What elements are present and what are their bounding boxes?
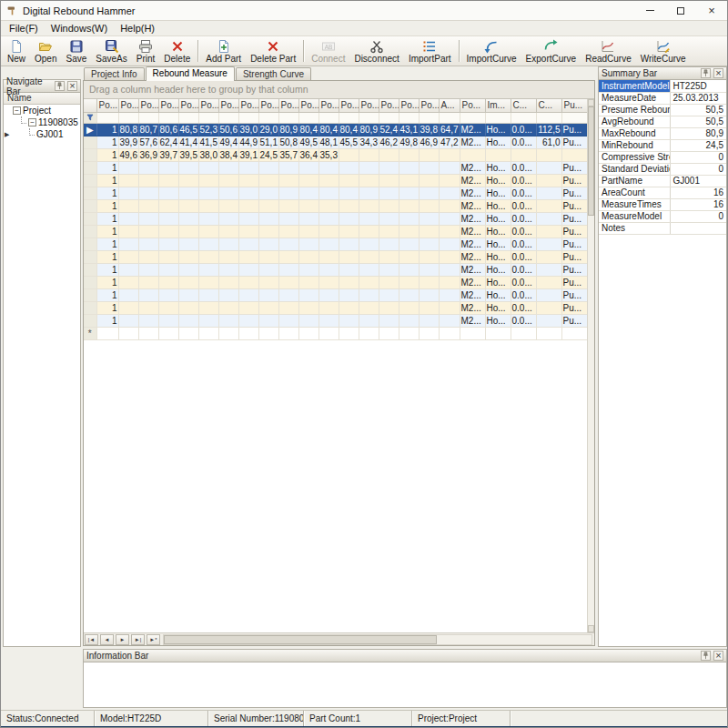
importcurve-button[interactable]: ImportCurve	[462, 37, 521, 65]
grid-cell[interactable]	[258, 250, 278, 263]
grid-cell[interactable]	[138, 225, 158, 238]
grid-cell[interactable]	[439, 263, 460, 276]
grid-cell[interactable]	[238, 225, 258, 238]
summary-field-value[interactable]: 0	[670, 151, 726, 163]
scroll-up-icon[interactable]	[588, 99, 594, 106]
grid-cell[interactable]: 24,5	[258, 148, 278, 161]
grid-cell[interactable]	[485, 327, 511, 339]
grid-cell[interactable]	[158, 187, 178, 199]
grid-cell[interactable]: Ho...	[485, 314, 511, 327]
grid-cell[interactable]: 52,3	[198, 123, 218, 136]
grid-cell[interactable]	[218, 314, 238, 327]
grid-cell[interactable]	[198, 212, 218, 225]
grid-cell[interactable]	[359, 276, 379, 288]
grid-cell[interactable]: 0.0...	[511, 263, 536, 276]
grid-cell[interactable]	[419, 276, 439, 288]
grid-cell[interactable]	[298, 199, 318, 212]
grid-cell[interactable]: 0.0...	[511, 288, 536, 301]
grid-cell[interactable]: 0.0...	[511, 250, 536, 263]
grid-cell[interactable]	[359, 288, 379, 301]
grid-cell[interactable]	[485, 148, 511, 161]
grid-column-header[interactable]: Po...	[399, 99, 419, 112]
grid-cell[interactable]	[118, 199, 138, 212]
grid-row[interactable]: 1M2...Ho...0.0...Pu...	[84, 314, 587, 327]
grid-cell[interactable]	[218, 161, 238, 174]
summary-field-value[interactable]: 50,5	[670, 116, 726, 127]
grid-cell[interactable]	[158, 250, 178, 263]
grid-cell[interactable]	[238, 276, 258, 288]
grid-cell[interactable]	[278, 199, 298, 212]
grid-cell[interactable]	[238, 187, 258, 199]
grid-row[interactable]: 1M2...Ho...0.0...Pu...	[84, 288, 587, 301]
grid-cell[interactable]: Ho...	[485, 288, 511, 301]
grid-cell[interactable]	[238, 314, 258, 327]
grid-cell[interactable]	[318, 301, 339, 314]
grid-cell[interactable]	[339, 276, 359, 288]
grid-cell[interactable]: M2...	[460, 314, 485, 327]
grid-cell[interactable]: 41,4	[178, 136, 198, 148]
grid-cell[interactable]	[178, 276, 198, 288]
grid-cell[interactable]	[359, 225, 379, 238]
grid-column-header[interactable]: Po...	[359, 99, 379, 112]
close-panel-icon[interactable]: ×	[713, 68, 723, 78]
grid-cell[interactable]	[318, 161, 339, 174]
filter-cell[interactable]	[198, 112, 218, 123]
grid-cell[interactable]	[118, 225, 138, 238]
grid-cell[interactable]	[439, 187, 460, 199]
grid-row[interactable]: 1M2...Ho...0.0...Pu...	[84, 301, 587, 314]
filter-cell[interactable]	[318, 112, 339, 123]
grid-cell[interactable]	[439, 148, 460, 161]
grid-cell[interactable]: M2...	[460, 199, 485, 212]
filter-cell[interactable]	[460, 112, 485, 123]
grid-cell[interactable]	[118, 161, 138, 174]
pin-icon[interactable]	[701, 68, 711, 78]
grid-cell[interactable]	[536, 161, 561, 174]
grid-cell[interactable]	[158, 174, 178, 187]
grid-cell[interactable]	[258, 187, 278, 199]
grid-cell[interactable]	[258, 288, 278, 301]
summary-field-name[interactable]: Notes	[599, 222, 670, 234]
summary-field-name[interactable]: MeasureTimes	[599, 198, 670, 210]
grid-cell[interactable]: 39,5	[178, 148, 198, 161]
minimize-button[interactable]	[634, 1, 665, 20]
tab-project-info[interactable]: Project Info	[84, 67, 145, 81]
grid-cell[interactable]	[298, 161, 318, 174]
grid-cell[interactable]	[359, 250, 379, 263]
grid-cell[interactable]	[178, 161, 198, 174]
grid-cell[interactable]: 51,1	[258, 136, 278, 148]
grid-cell[interactable]: 0.0...	[511, 314, 536, 327]
grid-column-header[interactable]: Po...	[419, 99, 439, 112]
summary-row[interactable]: Standard Deviatio0	[599, 163, 726, 175]
filter-cell[interactable]	[258, 112, 278, 123]
grid-cell[interactable]: Pu...	[561, 174, 587, 187]
grid-cell[interactable]	[238, 250, 258, 263]
grid-column-header[interactable]: Po...	[138, 99, 158, 112]
grid-column-header[interactable]: Po...	[96, 99, 118, 112]
summary-field-name[interactable]: Presume Rebound	[599, 104, 670, 116]
grid-cell[interactable]: 0.0...	[511, 199, 536, 212]
grid-cell[interactable]: Ho...	[485, 276, 511, 288]
grid-cell[interactable]	[178, 212, 198, 225]
group-by-panel[interactable]: Drag a column header here to group by th…	[84, 81, 594, 99]
grid-cell[interactable]	[138, 276, 158, 288]
grid-cell[interactable]	[536, 148, 561, 161]
grid-cell[interactable]	[379, 212, 399, 225]
grid-cell[interactable]	[298, 187, 318, 199]
grid-cell[interactable]: 1	[96, 161, 118, 174]
horizontal-scrollbar-thumb[interactable]	[164, 635, 437, 644]
grid-cell[interactable]	[339, 225, 359, 238]
grid-cell[interactable]	[298, 250, 318, 263]
grid-cell[interactable]	[258, 212, 278, 225]
grid-column-header[interactable]: Po...	[198, 99, 218, 112]
grid-cell[interactable]: Pu...	[561, 187, 587, 199]
grid-cell[interactable]	[318, 174, 339, 187]
pin-icon[interactable]	[55, 81, 65, 91]
summary-field-value[interactable]	[670, 222, 726, 234]
grid-cell[interactable]	[419, 148, 439, 161]
grid-cell[interactable]	[399, 276, 419, 288]
grid-cell[interactable]: 0.0...	[511, 123, 536, 136]
summary-row[interactable]: AvgRebound50,5	[599, 116, 726, 127]
filter-cell[interactable]	[96, 112, 118, 123]
grid-cell[interactable]	[318, 225, 339, 238]
grid-cell[interactable]	[359, 161, 379, 174]
